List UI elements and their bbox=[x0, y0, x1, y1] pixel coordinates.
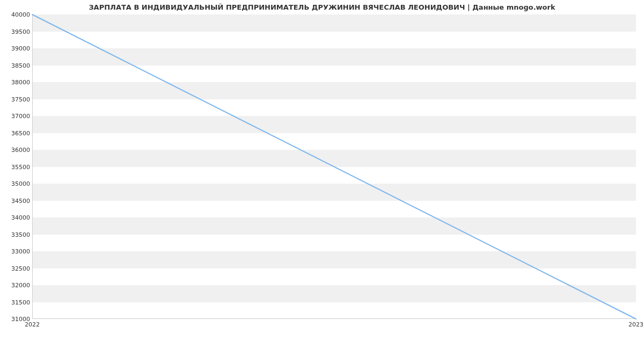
line-series-layer bbox=[32, 14, 636, 319]
plot-area bbox=[32, 14, 636, 319]
series-line bbox=[32, 14, 636, 319]
y-tick-label: 37000 bbox=[11, 113, 30, 120]
y-tick-label: 35500 bbox=[11, 163, 30, 170]
y-tick-label: 37500 bbox=[11, 96, 30, 103]
y-tick-label: 39000 bbox=[11, 45, 30, 52]
chart-container: ЗАРПЛАТА В ИНДИВИДУАЛЬНЫЙ ПРЕДПРИНИМАТЕЛ… bbox=[0, 0, 644, 349]
y-tick-label: 40000 bbox=[11, 11, 30, 18]
y-tick-label: 39500 bbox=[11, 28, 30, 35]
y-tick-label: 34000 bbox=[11, 214, 30, 221]
y-tick-label: 36500 bbox=[11, 129, 30, 136]
y-tick-label: 32000 bbox=[11, 282, 30, 289]
x-tick-label: 2023 bbox=[628, 321, 643, 328]
y-tick-label: 32500 bbox=[11, 265, 30, 272]
x-tick-label: 2022 bbox=[25, 321, 40, 328]
y-tick-label: 38500 bbox=[11, 62, 30, 69]
y-tick-label: 31500 bbox=[11, 299, 30, 306]
y-tick-label: 36000 bbox=[11, 147, 30, 154]
y-tick-label: 33000 bbox=[11, 248, 30, 255]
y-tick-label: 33500 bbox=[11, 231, 30, 238]
chart-title: ЗАРПЛАТА В ИНДИВИДУАЛЬНЫЙ ПРЕДПРИНИМАТЕЛ… bbox=[0, 3, 644, 11]
y-tick-label: 38000 bbox=[11, 79, 30, 86]
y-tick-label: 35000 bbox=[11, 180, 30, 187]
y-tick-label: 34500 bbox=[11, 197, 30, 204]
